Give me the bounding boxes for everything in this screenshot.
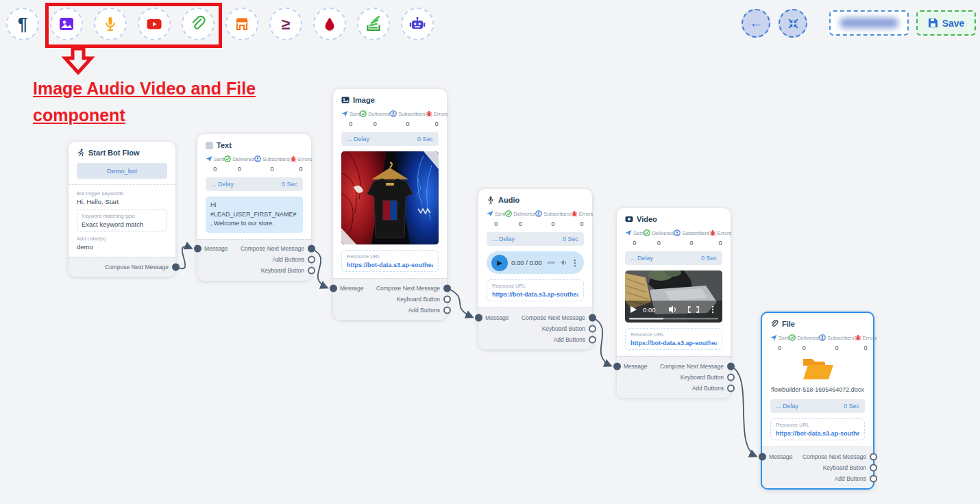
output-port-compose[interactable]	[727, 362, 735, 370]
obscured-button[interactable]	[829, 10, 909, 36]
output-port-compose[interactable]	[172, 263, 180, 270]
delay-bar[interactable]: ... Delay 0 Sec	[625, 251, 722, 265]
annotation-text: Image Audio Video and File component	[33, 75, 300, 129]
toolbar-ecommerce-component[interactable]	[225, 8, 258, 40]
volume-icon[interactable]	[560, 259, 567, 266]
output-port-add-buttons[interactable]	[589, 336, 596, 343]
folder-icon[interactable]	[801, 356, 834, 382]
output-port-keyboard[interactable]	[589, 325, 596, 332]
video-preview-player[interactable]: 0:00	[625, 270, 722, 323]
toolbar-text-component[interactable]: ¶	[6, 8, 39, 40]
toolbar-file-component[interactable]	[182, 8, 215, 40]
node-text[interactable]: Text Sent 0 Delivered 0 Subscribers 0 Er…	[197, 134, 311, 281]
delay-label: ... Delay	[347, 136, 369, 142]
output-port-add-buttons[interactable]	[870, 475, 877, 482]
port-label-compose: Compose Next Message	[803, 453, 866, 460]
output-port-compose[interactable]	[443, 284, 451, 292]
video-icon	[625, 215, 633, 223]
fit-view-button[interactable]	[779, 9, 807, 38]
save-button[interactable]: Save	[916, 10, 976, 36]
image-preview-tshirt[interactable]	[341, 151, 439, 244]
toolbar-image-component[interactable]	[50, 8, 83, 40]
compress-icon	[787, 18, 799, 29]
port-label-keyboard: Keyboard Button	[397, 296, 440, 303]
output-port-keyboard[interactable]	[443, 295, 451, 303]
output-port-add-buttons[interactable]	[727, 384, 735, 392]
port-label-compose: Compose Next Message	[376, 285, 440, 292]
youtube-icon	[146, 16, 162, 32]
port-label-keyboard: Keyboard Button	[823, 464, 866, 471]
resource-url-box: Resource URL https://bot-data.s3.ap-sout…	[487, 279, 584, 301]
trigger-keywords-value[interactable]: Hi, Hello, Start	[77, 198, 167, 205]
node-file[interactable]: File Sent 0 Delivered 0 Subscribers 0 Er…	[761, 312, 874, 490]
delay-value: 0 Sec	[563, 236, 578, 242]
errors-icon	[855, 334, 861, 341]
sent-icon	[206, 155, 212, 162]
node-start-bot-flow[interactable]: Start Bot Flow Demo_bot Bot trigger keyw…	[69, 142, 175, 277]
kebab-menu-icon[interactable]: ⋮	[571, 258, 579, 268]
resource-url-link[interactable]: https://bot-data.s3.ap-southeast-1.wasab…	[347, 262, 433, 268]
output-port-compose[interactable]	[870, 453, 877, 460]
message-preview[interactable]: Hi #LEAD_USER_FIRST_NAME# , Welcome to o…	[206, 197, 303, 233]
resource-url-link[interactable]: https://bot-data.s3.ap-southeast-1.wasab…	[776, 430, 859, 437]
output-port-keyboard[interactable]	[727, 373, 735, 381]
resource-url-link[interactable]: https://bot-data.s3.ap-southeast-1.wasab…	[630, 340, 717, 346]
toolbar-audio-component[interactable]	[94, 8, 127, 40]
add-labels-value[interactable]: demo	[77, 243, 167, 251]
save-floppy-icon	[928, 18, 938, 28]
play-button[interactable]: ▶	[491, 255, 508, 271]
delay-value: 0 Sec	[282, 181, 297, 188]
resource-url-box: Resource URL https://bot-data.s3.ap-sout…	[770, 418, 865, 440]
output-port-keyboard[interactable]	[308, 267, 315, 275]
stat-errors: Errors 0	[571, 210, 593, 227]
resource-url-link[interactable]: https://bot-data.s3.ap-southeast-1.wasab…	[492, 291, 578, 298]
paperclip-icon	[190, 16, 206, 32]
toolbar-drip-component[interactable]	[313, 8, 346, 40]
output-port-keyboard[interactable]	[870, 464, 877, 471]
keyword-matching-box[interactable]: Keyword matching type Exact keyword matc…	[77, 210, 167, 231]
output-port-add-buttons[interactable]	[308, 256, 315, 264]
input-port-message[interactable]	[475, 314, 482, 321]
delay-bar[interactable]: ... Delay 0 Sec	[341, 132, 439, 146]
audio-time: 0:00 / 0:00	[511, 259, 542, 266]
delivered-icon	[224, 155, 231, 162]
stat-sent: Sent 0	[625, 229, 644, 247]
delay-bar[interactable]: ... Delay 0 Sec	[487, 232, 584, 246]
port-label-keyboard: Keyboard Button	[681, 374, 724, 381]
input-port-message[interactable]	[194, 245, 201, 253]
toolbar-bot-component[interactable]	[401, 8, 434, 40]
back-button[interactable]: ←	[742, 9, 770, 38]
bot-name-button[interactable]: Demo_bot	[77, 163, 167, 179]
toolbar-video-component[interactable]	[138, 8, 171, 40]
resource-url-box: Resource URL https://bot-data.s3.ap-sout…	[341, 250, 439, 272]
drop-icon	[322, 16, 337, 32]
stat-errors: Errors 0	[290, 155, 312, 173]
node-audio[interactable]: Audio Sent 0 Delivered 0 Subscribers 0 E…	[478, 189, 592, 349]
errors-icon	[709, 229, 716, 236]
pilcrow-icon: ¶	[18, 15, 27, 33]
delivered-icon	[644, 229, 650, 236]
toolbar-condition-component[interactable]: ≥	[269, 8, 302, 40]
node-title-label: Text	[217, 141, 232, 149]
port-label-add-buttons: Add Buttons	[692, 385, 724, 392]
output-port-add-buttons[interactable]	[443, 306, 451, 314]
input-port-message[interactable]	[759, 453, 766, 460]
save-label: Save	[942, 18, 965, 29]
toolbar-sequence-component[interactable]	[357, 8, 390, 40]
delay-bar[interactable]: ... Delay 0 Sec	[206, 177, 303, 191]
audio-progress[interactable]	[547, 262, 555, 264]
output-port-compose[interactable]	[589, 314, 596, 321]
node-image[interactable]: Image Sent 0 Delivered 0 Subscribers 0 E…	[333, 89, 447, 320]
delay-bar[interactable]: ... Delay 0 Sec	[770, 399, 865, 413]
port-label-compose: Compose Next Message	[241, 245, 304, 252]
audio-player[interactable]: ▶ 0:00 / 0:00 ⋮	[487, 251, 584, 274]
back-arrow-icon: ←	[750, 16, 763, 31]
input-port-message[interactable]	[330, 284, 337, 292]
output-port-compose[interactable]	[308, 245, 315, 253]
node-video[interactable]: Video Sent 0 Delivered 0 Subscribers 0 E…	[617, 208, 731, 398]
delay-value: 0 Sec	[844, 403, 859, 410]
port-label-keyboard: Keyboard Button	[261, 267, 304, 274]
input-port-message[interactable]	[613, 362, 621, 370]
node-title-label: Video	[637, 215, 657, 223]
port-label-message: Message	[624, 363, 648, 370]
